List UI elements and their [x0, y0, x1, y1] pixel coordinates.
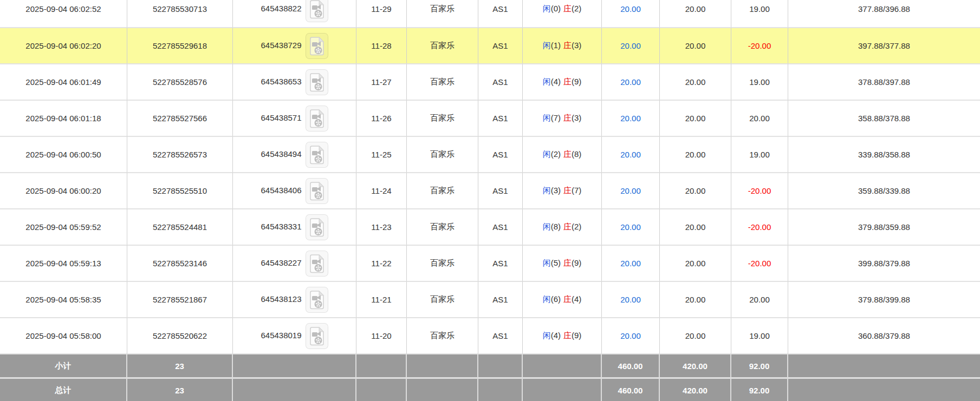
- balance-cell: 379.88/399.88: [788, 281, 980, 317]
- banker-points: (3): [572, 113, 581, 122]
- game-name-cell: 百家乐: [407, 245, 478, 281]
- video-replay-button[interactable]: [306, 33, 328, 59]
- banker-label: 庄: [563, 331, 572, 340]
- game-name-cell: 百家乐: [407, 27, 478, 63]
- game-name-cell: 百家乐: [407, 63, 478, 100]
- table-row[interactable]: 2025-09-04 06:02:52 522785530713 6454388…: [0, 0, 980, 27]
- bet-amount-cell: 20.00: [602, 245, 660, 281]
- bet-amount-link[interactable]: 20.00: [620, 4, 641, 14]
- serial-number-cell: 522785524481: [127, 208, 233, 245]
- table-row[interactable]: 2025-09-04 06:01:49 522785528576 6454386…: [0, 63, 980, 100]
- bet-time-cell: 2025-09-04 05:58:00: [0, 317, 127, 353]
- balance-cell: 360.88/379.88: [788, 317, 980, 353]
- serial-number-cell: 522785527566: [127, 100, 233, 136]
- round-cell: 11-24: [356, 172, 407, 208]
- player-points: (3): [551, 186, 561, 195]
- player-label: 闲: [543, 113, 551, 122]
- summary-empty-cell: [478, 377, 523, 401]
- total-count: 23: [127, 377, 233, 401]
- game-round-id: 645438019: [261, 330, 301, 339]
- bet-amount-link[interactable]: 20.00: [620, 222, 641, 232]
- result-cell: 闲(7)庄(3): [523, 100, 602, 136]
- video-replay-button[interactable]: [306, 323, 328, 349]
- player-points: (1): [551, 41, 561, 50]
- video-replay-button[interactable]: [306, 106, 328, 132]
- video-replay-button[interactable]: [306, 69, 328, 95]
- video-replay-icon: [309, 0, 325, 19]
- bet-amount-cell: 20.00: [602, 317, 660, 353]
- bet-amount-link[interactable]: 20.00: [620, 150, 641, 159]
- bet-amount-link[interactable]: 20.00: [620, 331, 641, 340]
- game-round-id: 645438653: [261, 76, 301, 86]
- round-cell: 11-23: [356, 208, 407, 245]
- valid-amount-cell: 20.00: [660, 245, 731, 281]
- video-replay-button[interactable]: [306, 287, 328, 313]
- valid-amount-cell: 20.00: [660, 172, 731, 208]
- banker-label: 庄: [563, 222, 572, 231]
- player-points: (5): [551, 258, 561, 267]
- bet-amount-cell: 20.00: [602, 136, 660, 172]
- bet-amount-link[interactable]: 20.00: [620, 41, 641, 50]
- player-label: 闲: [543, 186, 551, 195]
- summary-empty-cell: [523, 353, 602, 377]
- video-replay-icon: [309, 290, 325, 310]
- video-replay-button[interactable]: [306, 142, 328, 168]
- banker-label: 庄: [563, 149, 572, 159]
- banker-points: (7): [572, 186, 581, 195]
- summary-empty-cell: [407, 377, 478, 401]
- round-cell: 11-29: [356, 0, 407, 27]
- table-code-cell: AS1: [478, 136, 523, 172]
- total-valid: 420.00: [660, 377, 731, 401]
- table-code-cell: AS1: [478, 63, 523, 100]
- game-round-id: 645438406: [261, 185, 301, 194]
- player-points: (4): [551, 331, 561, 340]
- balance-cell: 397.88/377.88: [788, 27, 980, 63]
- bet-amount-link[interactable]: 20.00: [620, 186, 641, 195]
- winloss-cell: 19.00: [731, 63, 788, 100]
- valid-amount-cell: 20.00: [660, 63, 731, 100]
- banker-label: 庄: [563, 294, 572, 304]
- bet-history-table-viewport: 2025-09-04 06:02:52 522785530713 6454388…: [0, 0, 980, 401]
- bet-amount-link[interactable]: 20.00: [620, 114, 641, 123]
- winloss-cell: 20.00: [731, 100, 788, 136]
- player-points: (8): [551, 222, 561, 231]
- valid-amount-cell: 20.00: [660, 208, 731, 245]
- game-name-cell: 百家乐: [407, 281, 478, 317]
- video-replay-button[interactable]: [306, 214, 328, 240]
- table-row[interactable]: 2025-09-04 06:01:18 522785527566 6454385…: [0, 100, 980, 136]
- bet-amount-link[interactable]: 20.00: [620, 295, 641, 304]
- winloss-cell: 19.00: [731, 136, 788, 172]
- valid-amount-cell: 20.00: [660, 136, 731, 172]
- banker-points: (8): [572, 149, 581, 159]
- bet-amount-link[interactable]: 20.00: [620, 77, 641, 87]
- table-row[interactable]: 2025-09-04 05:58:35 522785521867 6454381…: [0, 281, 980, 317]
- game-round-id-cell: 645438822: [233, 0, 356, 27]
- video-replay-button[interactable]: [306, 178, 328, 204]
- table-row[interactable]: 2025-09-04 05:59:13 522785523146 6454382…: [0, 245, 980, 281]
- game-round-id: 645438729: [261, 40, 301, 49]
- table-row[interactable]: 2025-09-04 05:58:00 522785520622 6454380…: [0, 317, 980, 353]
- table-code-cell: AS1: [478, 100, 523, 136]
- table-row[interactable]: 2025-09-04 05:59:52 522785524481 6454383…: [0, 208, 980, 245]
- game-round-id-cell: 645438729: [233, 27, 356, 63]
- bet-amount-cell: 20.00: [602, 27, 660, 63]
- player-points: (6): [551, 294, 561, 304]
- player-label: 闲: [543, 77, 551, 86]
- winloss-cell: 19.00: [731, 0, 788, 27]
- game-round-id: 645438331: [261, 221, 301, 231]
- bet-amount-cell: 20.00: [602, 281, 660, 317]
- game-round-id: 645438571: [261, 113, 301, 122]
- video-replay-button[interactable]: [306, 251, 328, 277]
- table-summary: 小计 23 460.00 420.00 92.00 总计 23: [0, 353, 980, 401]
- video-replay-icon: [309, 109, 325, 128]
- bet-time-cell: 2025-09-04 06:01:49: [0, 63, 127, 100]
- bet-amount-link[interactable]: 20.00: [620, 259, 641, 268]
- player-label: 闲: [543, 149, 551, 159]
- video-replay-button[interactable]: [306, 0, 328, 22]
- table-row[interactable]: 2025-09-04 06:02:20 522785529618 6454387…: [0, 27, 980, 63]
- game-name-cell: 百家乐: [407, 317, 478, 353]
- serial-number-cell: 522785526573: [127, 136, 233, 172]
- table-row[interactable]: 2025-09-04 06:00:20 522785525510 6454384…: [0, 172, 980, 208]
- table-code-cell: AS1: [478, 172, 523, 208]
- table-row[interactable]: 2025-09-04 06:00:50 522785526573 6454384…: [0, 136, 980, 172]
